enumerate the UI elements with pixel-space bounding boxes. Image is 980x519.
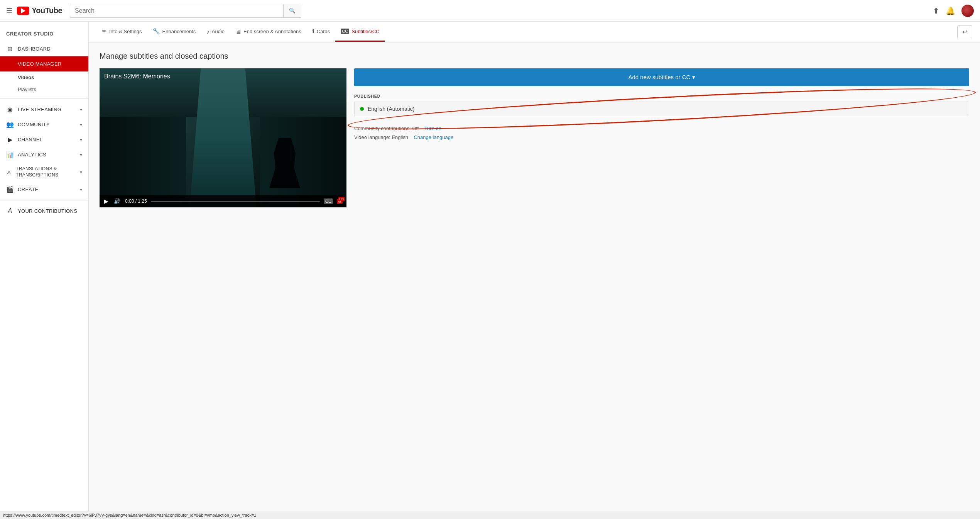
- tab-info-settings[interactable]: ✏ Info & Settings: [96, 22, 147, 42]
- avatar-image: [961, 5, 974, 17]
- sidebar-item-translations[interactable]: TRANSLATIONS & TRANSCRIPTIONS ▾: [0, 162, 88, 182]
- chevron-down-icon: ▾: [80, 187, 82, 192]
- wrench-icon: 🔧: [153, 28, 160, 35]
- main-layout: CREATOR STUDIO DASHBOARD VIDEO MANAGER V…: [0, 22, 980, 519]
- video-container[interactable]: Brains S2M6: Memories ▶ 🔊 0:00 / 1:25 CC: [100, 68, 346, 207]
- main-content: ✏ Info & Settings 🔧 Enhancements ♪ Audio…: [89, 22, 980, 519]
- turn-on-link[interactable]: Turn on: [424, 126, 441, 131]
- tab-label: Subtitles/CC: [351, 29, 379, 34]
- avatar[interactable]: [961, 5, 974, 17]
- contributions-icon: [6, 207, 14, 214]
- info-icon: ℹ: [312, 28, 314, 35]
- search-button[interactable]: 🔍: [283, 4, 301, 17]
- chevron-down-icon: ▾: [80, 170, 82, 175]
- page-body: Manage subtitles and closed captions Bra…: [89, 42, 980, 217]
- add-subtitles-label: Add new subtitles or CC ▾: [628, 74, 695, 81]
- tabs-bar: ✏ Info & Settings 🔧 Enhancements ♪ Audio…: [89, 22, 980, 42]
- status-url: https://www.youtube.com/timedtext_editor…: [3, 513, 256, 517]
- tab-label: Audio: [212, 29, 225, 34]
- video-lang-value: English: [392, 134, 408, 140]
- sidebar-title: CREATOR STUDIO: [0, 28, 88, 41]
- search-bar[interactable]: 🔍: [70, 4, 301, 18]
- contrib-value: Off: [412, 126, 419, 131]
- sidebar-item-label: CREATE: [18, 187, 39, 192]
- sidebar-item-label: VIDEO MANAGER: [18, 61, 62, 67]
- sidebar-sub-videos[interactable]: Videos: [0, 71, 88, 83]
- top-navigation: ☰ YouTube 🔍 ⬆ 🔔: [0, 0, 980, 22]
- video-thumbnail: [100, 68, 346, 207]
- cc-toggle-button[interactable]: CC: [324, 198, 333, 204]
- language-name: English (Automatic): [368, 106, 414, 112]
- video-player-wrapper: Brains S2M6: Memories ▶ 🔊 0:00 / 1:25 CC: [100, 68, 346, 207]
- channel-icon: [6, 136, 14, 143]
- play-button[interactable]: ▶: [103, 197, 109, 205]
- tab-label: Cards: [317, 29, 330, 34]
- tab-label: Info & Settings: [109, 29, 142, 34]
- volume-button[interactable]: 🔊: [113, 197, 121, 205]
- sidebar-item-contributions[interactable]: YOUR CONTRIBUTIONS: [0, 204, 88, 218]
- video-lang-label: Video language:: [354, 134, 390, 140]
- hd-label: HD: [338, 197, 345, 201]
- sidebar-item-community[interactable]: COMMUNITY ▾: [0, 117, 88, 132]
- brand-name: YouTube: [32, 6, 62, 15]
- dashboard-icon: [6, 45, 14, 53]
- published-dot: [360, 107, 364, 111]
- screen-icon: 🖥: [235, 28, 241, 35]
- sidebar-item-video-manager[interactable]: VIDEO MANAGER: [0, 56, 88, 71]
- contrib-label: Community contributions:: [354, 126, 411, 131]
- yt-icon: [17, 7, 29, 15]
- chevron-down-icon: ▾: [80, 107, 82, 112]
- pencil-icon: ✏: [102, 28, 107, 35]
- analytics-icon: [6, 151, 14, 158]
- back-button[interactable]: ↩: [957, 25, 972, 38]
- upload-button[interactable]: ⬆: [933, 6, 939, 15]
- community-contributions: Community contributions: Off Turn on Vid…: [354, 124, 969, 142]
- sidebar-item-analytics[interactable]: ANALYTICS ▾: [0, 147, 88, 162]
- tab-label: End screen & Annotations: [243, 29, 301, 34]
- tab-audio[interactable]: ♪ Audio: [201, 22, 230, 42]
- nav-icons: ⬆ 🔔: [933, 5, 974, 17]
- translations-icon: [6, 169, 12, 176]
- notifications-button[interactable]: 🔔: [946, 6, 955, 15]
- sidebar-item-channel[interactable]: CHANNEL ▾: [0, 132, 88, 147]
- hamburger-menu[interactable]: ☰: [6, 7, 12, 15]
- sidebar-item-label: YOUR CONTRIBUTIONS: [18, 208, 77, 214]
- published-label: PUBLISHED: [354, 94, 969, 98]
- live-icon: [6, 106, 14, 113]
- tab-end-screen[interactable]: 🖥 End screen & Annotations: [230, 22, 307, 42]
- sub-item-label: Videos: [18, 75, 34, 80]
- tab-subtitles[interactable]: CC Subtitles/CC: [335, 22, 385, 42]
- add-subtitles-button[interactable]: Add new subtitles or CC ▾: [354, 68, 969, 86]
- sidebar-sub-playlists[interactable]: Playlists: [0, 83, 88, 95]
- language-item[interactable]: English (Automatic): [354, 102, 969, 116]
- sidebar-item-create[interactable]: CREATE ▾: [0, 182, 88, 197]
- youtube-logo[interactable]: YouTube: [17, 6, 62, 15]
- video-manager-icon: [6, 60, 14, 68]
- search-input[interactable]: [70, 4, 283, 17]
- status-bar: https://www.youtube.com/timedtext_editor…: [0, 511, 980, 519]
- video-time: 0:00 / 1:25: [125, 198, 147, 204]
- sidebar-divider: [0, 98, 88, 99]
- sidebar-item-label: ANALYTICS: [18, 152, 46, 158]
- sidebar-divider-2: [0, 200, 88, 200]
- video-panel-row: Brains S2M6: Memories ▶ 🔊 0:00 / 1:25 CC: [100, 68, 969, 207]
- video-controls: ▶ 🔊 0:00 / 1:25 CC ⚙ HD: [100, 195, 346, 207]
- sidebar-item-label: COMMUNITY: [18, 122, 50, 127]
- music-icon: ♪: [206, 28, 210, 35]
- sidebar-item-dashboard[interactable]: DASHBOARD: [0, 41, 88, 56]
- progress-bar[interactable]: [151, 201, 320, 202]
- tab-enhancements[interactable]: 🔧 Enhancements: [147, 22, 201, 42]
- side-panel: Add new subtitles or CC ▾ PUBLISHED Engl…: [354, 68, 969, 207]
- change-language-link[interactable]: Change language: [414, 134, 453, 140]
- sub-item-label: Playlists: [18, 86, 36, 92]
- hd-badge: ⚙ HD: [337, 199, 343, 204]
- page-title: Manage subtitles and closed captions: [100, 52, 969, 61]
- sidebar-item-live[interactable]: LIVE STREAMING ▾: [0, 102, 88, 117]
- chevron-down-icon: ▾: [80, 137, 82, 142]
- tab-cards[interactable]: ℹ Cards: [307, 22, 336, 42]
- sidebar-item-label: DASHBOARD: [18, 46, 51, 52]
- community-icon: [6, 121, 14, 128]
- video-title-overlay: Brains S2M6: Memories: [104, 73, 170, 80]
- create-icon: [6, 186, 14, 193]
- chevron-down-icon: ▾: [80, 122, 82, 127]
